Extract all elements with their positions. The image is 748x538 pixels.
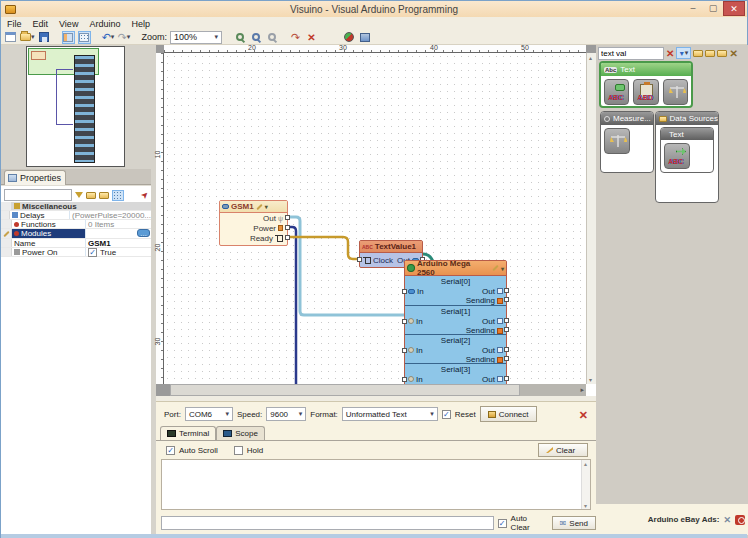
subcategory-text[interactable]: Text ABC xyxy=(660,127,714,173)
send-input[interactable] xyxy=(161,516,494,530)
redo-button[interactable]: ↷▾ xyxy=(118,31,131,44)
toggle-panels-button[interactable] xyxy=(62,31,75,44)
grid-view-icon[interactable] xyxy=(112,190,124,201)
component-text-value[interactable]: ABC xyxy=(604,79,629,105)
clear-search-icon[interactable]: ✕ xyxy=(666,48,674,59)
filter-funnel-icon[interactable] xyxy=(75,192,83,198)
serial1-sending-terminal[interactable] xyxy=(504,327,509,332)
arduino-collapse-icon[interactable]: ▾ xyxy=(501,265,504,272)
name-value[interactable]: GSM1 xyxy=(86,239,151,247)
menu-arduino[interactable]: Arduino xyxy=(89,19,120,29)
arduino-block-header[interactable]: Arduino Mega 2560 ▾ xyxy=(405,261,506,276)
reset-checkbox[interactable]: ✓ xyxy=(442,410,451,419)
arduino-settings-icon[interactable] xyxy=(492,265,498,271)
clear-button[interactable]: Clear xyxy=(538,443,588,457)
scroll-down-icon[interactable]: ▾ xyxy=(584,502,587,509)
zoom-reset-button[interactable] xyxy=(265,31,278,44)
auto-clear-checkbox[interactable]: ✓ xyxy=(498,519,507,528)
tab-terminal[interactable]: Terminal xyxy=(160,426,216,440)
close-ads-icon[interactable]: ✕ xyxy=(723,515,731,525)
menu-help[interactable]: Help xyxy=(131,19,150,29)
gsm-block[interactable]: GSM1 ▾ Out ψ Power Ready xyxy=(219,200,288,246)
scroll-down-icon[interactable]: ▾ xyxy=(589,376,592,383)
gsm-settings-icon[interactable] xyxy=(256,203,262,209)
expand-all-icon[interactable] xyxy=(86,192,96,199)
maximize-button[interactable]: ▢ xyxy=(703,1,723,16)
menu-file[interactable]: File xyxy=(7,19,22,29)
serial2-sending-terminal[interactable] xyxy=(504,356,509,361)
serial2-out-pin[interactable]: Out xyxy=(482,346,503,355)
property-row-modules[interactable]: Modules … xyxy=(1,229,151,239)
serial3-in-pin[interactable]: In xyxy=(408,375,423,384)
toolbox-settings-icon[interactable]: ✕ xyxy=(729,48,737,59)
category-data-sources-header[interactable]: Data Sources xyxy=(656,112,718,125)
horizontal-scroll-thumb[interactable] xyxy=(170,384,520,396)
properties-filter-input[interactable] xyxy=(4,189,72,201)
component-measure[interactable] xyxy=(604,128,630,154)
connect-button[interactable]: Connect xyxy=(480,406,537,422)
gsm-pin-power[interactable]: Power xyxy=(220,223,287,233)
textvalue-block-header[interactable]: ABC TextValue1 xyxy=(360,241,422,253)
sort-button[interactable]: ▾▾ xyxy=(676,47,691,59)
property-row-poweron[interactable]: Power On ✓True xyxy=(1,248,151,257)
toggle-grid-button[interactable] xyxy=(78,31,91,44)
close-serial-icon[interactable]: ✕ xyxy=(579,409,588,422)
gsm-pin-ready[interactable]: Ready xyxy=(220,233,287,243)
serial1-in-pin[interactable]: In xyxy=(408,317,423,326)
wire-gsm-power[interactable] xyxy=(288,227,296,384)
pin-icon[interactable]: ➤ xyxy=(139,189,151,201)
zoom-combobox[interactable]: 100%▾ xyxy=(170,31,222,44)
menu-edit[interactable]: Edit xyxy=(33,19,49,29)
menu-view[interactable]: View xyxy=(59,19,78,29)
speed-combobox[interactable]: 9600▾ xyxy=(266,407,306,421)
format-combobox[interactable]: Unformatted Text▾ xyxy=(342,407,438,421)
hold-checkbox[interactable] xyxy=(234,446,243,455)
zoom-in-button[interactable] xyxy=(233,31,246,44)
zoom-out-button[interactable] xyxy=(249,31,262,44)
auto-scroll-checkbox[interactable]: ✓ xyxy=(166,446,175,455)
close-button[interactable]: ✕ xyxy=(723,1,745,16)
open-dropdown-icon[interactable]: ▾ xyxy=(31,33,35,41)
canvas-horizontal-scrollbar[interactable]: ▸ xyxy=(156,384,586,396)
arduino-block[interactable]: Arduino Mega 2560 ▾ Serial[0] In Out Sen… xyxy=(404,260,507,384)
serial1-out-pin[interactable]: Out xyxy=(482,317,503,326)
tab-properties[interactable]: Properties xyxy=(4,170,66,185)
scroll-up-icon[interactable]: ▴ xyxy=(584,460,587,467)
serial0-sending-terminal[interactable] xyxy=(504,297,509,302)
serial0-sending-pin[interactable]: Sending xyxy=(408,296,503,305)
gsm-collapse-icon[interactable]: ▾ xyxy=(265,203,268,210)
collapse-categories-icon[interactable] xyxy=(717,50,727,57)
export-button[interactable] xyxy=(358,31,371,44)
undo-dropdown-icon[interactable]: ▾ xyxy=(111,33,115,41)
scroll-right-icon[interactable]: ▸ xyxy=(580,386,584,394)
serial2-in-pin[interactable]: In xyxy=(408,346,423,355)
category-measure-header[interactable]: Measure... xyxy=(601,112,653,125)
new-project-button[interactable] xyxy=(4,31,17,44)
undo-button[interactable]: ↶▾ xyxy=(102,31,115,44)
serial3-in-terminal[interactable] xyxy=(402,377,407,382)
subcategory-text-header[interactable]: Text xyxy=(661,128,713,140)
category-data-sources[interactable]: Data Sources Text ABC xyxy=(655,111,719,203)
serial0-out-pin[interactable]: Out xyxy=(482,287,503,296)
port-combobox[interactable]: COM6▾ xyxy=(185,407,233,421)
property-row-functions[interactable]: Functions 0 Items xyxy=(1,220,151,229)
tab-scope[interactable]: Scope xyxy=(216,426,265,440)
gsm-power-terminal[interactable] xyxy=(285,225,290,230)
save-button[interactable] xyxy=(38,31,51,44)
terminal-output[interactable]: ▴ ▾ xyxy=(161,459,591,510)
canvas-vertical-scrollbar[interactable]: ▴ ▾ xyxy=(586,53,596,384)
textvalue-pin-clock[interactable]: Clock xyxy=(363,256,393,265)
modules-expand-button[interactable]: … xyxy=(137,229,150,237)
gsm-ready-terminal[interactable] xyxy=(285,235,290,240)
serial2-in-terminal[interactable] xyxy=(402,348,407,353)
category-view-icon[interactable] xyxy=(693,50,703,57)
category-measure[interactable]: Measure... xyxy=(600,111,654,173)
serial3-out-terminal[interactable] xyxy=(504,376,509,381)
scroll-up-icon[interactable]: ▴ xyxy=(589,54,592,61)
serial1-out-terminal[interactable] xyxy=(504,318,509,323)
design-area[interactable]: GSM1 ▾ Out ψ Power Ready xyxy=(164,53,586,384)
serial0-in-terminal[interactable] xyxy=(402,289,407,294)
category-text-header[interactable]: Abc Text xyxy=(601,63,691,76)
minimap[interactable] xyxy=(26,46,125,167)
gsm-block-header[interactable]: GSM1 ▾ xyxy=(220,201,287,213)
